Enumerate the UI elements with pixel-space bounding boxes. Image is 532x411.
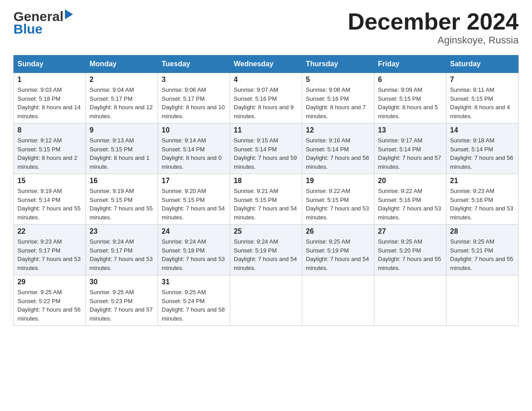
- calendar-cell: 9Sunrise: 9:13 AMSunset: 5:15 PMDaylight…: [86, 124, 158, 174]
- page-title: December 2024: [348, 9, 519, 34]
- calendar-cell: 7Sunrise: 9:11 AMSunset: 5:15 PMDaylight…: [446, 73, 519, 124]
- calendar-cell: [230, 275, 302, 326]
- day-number: 13: [378, 126, 442, 134]
- calendar-cell: [446, 275, 519, 326]
- page-subtitle: Aginskoye, Russia: [348, 34, 519, 46]
- day-info: Sunrise: 9:24 AMSunset: 5:17 PMDaylight:…: [90, 237, 154, 272]
- calendar-cell: 23Sunrise: 9:24 AMSunset: 5:17 PMDayligh…: [86, 225, 158, 275]
- day-info: Sunrise: 9:13 AMSunset: 5:15 PMDaylight:…: [90, 136, 154, 171]
- header-cell-wednesday: Wednesday: [230, 56, 302, 73]
- calendar-cell: 20Sunrise: 9:22 AMSunset: 5:16 PMDayligh…: [374, 174, 446, 225]
- day-info: Sunrise: 9:03 AMSunset: 5:18 PMDaylight:…: [17, 86, 82, 120]
- day-number: 29: [17, 278, 82, 286]
- calendar-header: SundayMondayTuesdayWednesdayThursdayFrid…: [14, 56, 519, 73]
- week-row: 29Sunrise: 9:25 AMSunset: 5:22 PMDayligh…: [14, 275, 519, 326]
- day-number: 18: [234, 177, 298, 185]
- calendar-table: SundayMondayTuesdayWednesdayThursdayFrid…: [13, 55, 519, 326]
- calendar-cell: [302, 275, 374, 326]
- day-number: 8: [17, 126, 82, 134]
- day-number: 2: [90, 76, 154, 84]
- day-info: Sunrise: 9:15 AMSunset: 5:14 PMDaylight:…: [234, 136, 298, 171]
- day-info: Sunrise: 9:22 AMSunset: 5:16 PMDaylight:…: [378, 187, 442, 222]
- day-info: Sunrise: 9:20 AMSunset: 5:15 PMDaylight:…: [162, 187, 226, 222]
- calendar-cell: 30Sunrise: 9:25 AMSunset: 5:23 PMDayligh…: [86, 275, 158, 326]
- logo-blue-text: Blue: [13, 21, 43, 37]
- day-info: Sunrise: 9:16 AMSunset: 5:14 PMDaylight:…: [306, 136, 370, 171]
- day-info: Sunrise: 9:23 AMSunset: 5:17 PMDaylight:…: [17, 237, 82, 272]
- calendar-cell: 6Sunrise: 9:09 AMSunset: 5:15 PMDaylight…: [374, 73, 446, 124]
- calendar-cell: 2Sunrise: 9:04 AMSunset: 5:17 PMDaylight…: [86, 73, 158, 124]
- calendar-cell: 16Sunrise: 9:19 AMSunset: 5:15 PMDayligh…: [86, 174, 158, 225]
- day-number: 17: [162, 177, 226, 185]
- week-row: 1Sunrise: 9:03 AMSunset: 5:18 PMDaylight…: [14, 73, 519, 124]
- week-row: 8Sunrise: 9:12 AMSunset: 5:15 PMDaylight…: [14, 124, 519, 174]
- day-info: Sunrise: 9:24 AMSunset: 5:19 PMDaylight:…: [234, 237, 298, 272]
- header-row: SundayMondayTuesdayWednesdayThursdayFrid…: [14, 56, 519, 73]
- header-cell-friday: Friday: [374, 56, 446, 73]
- day-info: Sunrise: 9:25 AMSunset: 5:19 PMDaylight:…: [306, 237, 370, 272]
- day-info: Sunrise: 9:19 AMSunset: 5:14 PMDaylight:…: [17, 187, 82, 222]
- header-cell-monday: Monday: [86, 56, 158, 73]
- day-info: Sunrise: 9:06 AMSunset: 5:17 PMDaylight:…: [162, 86, 226, 120]
- day-info: Sunrise: 9:09 AMSunset: 5:15 PMDaylight:…: [378, 86, 442, 120]
- day-info: Sunrise: 9:24 AMSunset: 5:18 PMDaylight:…: [162, 237, 226, 272]
- calendar-cell: 5Sunrise: 9:08 AMSunset: 5:16 PMDaylight…: [302, 73, 374, 124]
- day-number: 1: [17, 76, 82, 84]
- header-cell-saturday: Saturday: [446, 56, 519, 73]
- day-number: 22: [17, 227, 82, 235]
- day-number: 12: [306, 126, 370, 134]
- day-number: 11: [234, 126, 298, 134]
- day-info: Sunrise: 9:12 AMSunset: 5:15 PMDaylight:…: [17, 136, 82, 171]
- day-number: 3: [162, 76, 226, 84]
- day-number: 14: [450, 126, 515, 134]
- calendar-cell: 10Sunrise: 9:14 AMSunset: 5:14 PMDayligh…: [158, 124, 230, 174]
- day-number: 31: [162, 278, 226, 286]
- calendar-cell: 15Sunrise: 9:19 AMSunset: 5:14 PMDayligh…: [14, 174, 86, 225]
- day-info: Sunrise: 9:21 AMSunset: 5:15 PMDaylight:…: [234, 187, 298, 222]
- day-number: 26: [306, 227, 370, 235]
- calendar-cell: 26Sunrise: 9:25 AMSunset: 5:19 PMDayligh…: [302, 225, 374, 275]
- day-info: Sunrise: 9:04 AMSunset: 5:17 PMDaylight:…: [90, 86, 154, 120]
- day-number: 9: [90, 126, 154, 134]
- calendar-cell: 29Sunrise: 9:25 AMSunset: 5:22 PMDayligh…: [14, 275, 86, 326]
- title-block: December 2024 Aginskoye, Russia: [348, 9, 519, 46]
- day-info: Sunrise: 9:11 AMSunset: 5:15 PMDaylight:…: [450, 86, 515, 120]
- day-info: Sunrise: 9:25 AMSunset: 5:22 PMDaylight:…: [17, 288, 82, 323]
- calendar-cell: 22Sunrise: 9:23 AMSunset: 5:17 PMDayligh…: [14, 225, 86, 275]
- calendar-body: 1Sunrise: 9:03 AMSunset: 5:18 PMDaylight…: [14, 73, 519, 326]
- day-info: Sunrise: 9:18 AMSunset: 5:14 PMDaylight:…: [450, 136, 515, 171]
- calendar-cell: 11Sunrise: 9:15 AMSunset: 5:14 PMDayligh…: [230, 124, 302, 174]
- day-info: Sunrise: 9:25 AMSunset: 5:23 PMDaylight:…: [90, 288, 154, 323]
- day-number: 6: [378, 76, 442, 84]
- svg-marker-0: [65, 9, 73, 19]
- day-number: 4: [234, 76, 298, 84]
- calendar-cell: 1Sunrise: 9:03 AMSunset: 5:18 PMDaylight…: [14, 73, 86, 124]
- week-row: 22Sunrise: 9:23 AMSunset: 5:17 PMDayligh…: [14, 225, 519, 275]
- header-cell-thursday: Thursday: [302, 56, 374, 73]
- day-info: Sunrise: 9:08 AMSunset: 5:16 PMDaylight:…: [306, 86, 370, 120]
- calendar-cell: 13Sunrise: 9:17 AMSunset: 5:14 PMDayligh…: [374, 124, 446, 174]
- calendar-cell: 31Sunrise: 9:25 AMSunset: 5:24 PMDayligh…: [158, 275, 230, 326]
- day-number: 23: [90, 227, 154, 235]
- header-cell-tuesday: Tuesday: [158, 56, 230, 73]
- header-cell-sunday: Sunday: [14, 56, 86, 73]
- day-number: 19: [306, 177, 370, 185]
- day-number: 5: [306, 76, 370, 84]
- day-number: 7: [450, 76, 515, 84]
- day-info: Sunrise: 9:23 AMSunset: 5:16 PMDaylight:…: [450, 187, 515, 222]
- day-number: 15: [17, 177, 82, 185]
- calendar-cell: 17Sunrise: 9:20 AMSunset: 5:15 PMDayligh…: [158, 174, 230, 225]
- day-number: 10: [162, 126, 226, 134]
- logo: General Blue: [13, 9, 73, 37]
- day-info: Sunrise: 9:25 AMSunset: 5:20 PMDaylight:…: [378, 237, 442, 272]
- day-number: 30: [90, 278, 154, 286]
- day-number: 24: [162, 227, 226, 235]
- day-info: Sunrise: 9:17 AMSunset: 5:14 PMDaylight:…: [378, 136, 442, 171]
- calendar-cell: 25Sunrise: 9:24 AMSunset: 5:19 PMDayligh…: [230, 225, 302, 275]
- day-info: Sunrise: 9:14 AMSunset: 5:14 PMDaylight:…: [162, 136, 226, 171]
- day-number: 20: [378, 177, 442, 185]
- day-info: Sunrise: 9:25 AMSunset: 5:24 PMDaylight:…: [162, 288, 226, 323]
- day-number: 21: [450, 177, 515, 185]
- calendar-cell: 28Sunrise: 9:25 AMSunset: 5:21 PMDayligh…: [446, 225, 519, 275]
- day-info: Sunrise: 9:25 AMSunset: 5:21 PMDaylight:…: [450, 237, 515, 272]
